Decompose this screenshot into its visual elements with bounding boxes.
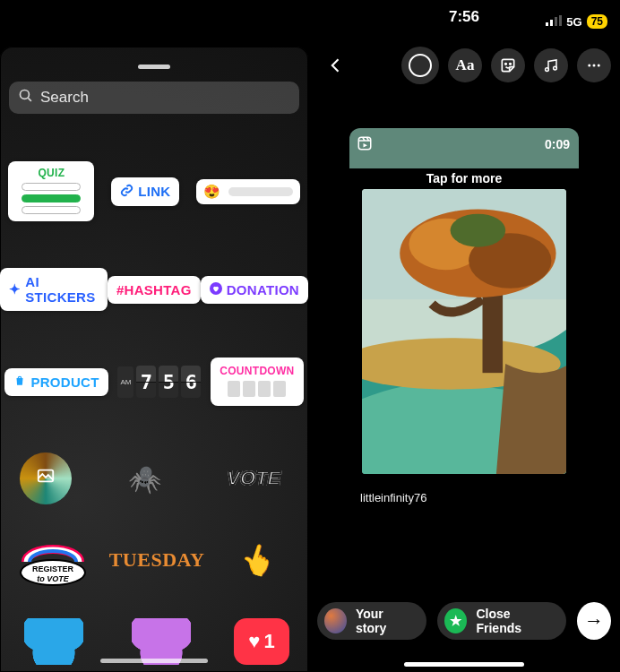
send-button[interactable]: → xyxy=(577,602,611,640)
music-icon xyxy=(543,57,559,73)
svg-point-15 xyxy=(588,65,590,67)
more-button[interactable] xyxy=(577,48,611,82)
editor-toolbar: Aa xyxy=(308,43,620,91)
svg-point-0 xyxy=(20,90,29,99)
sticker-emoji-slider[interactable]: 😍 xyxy=(196,179,299,204)
star-icon: ★ xyxy=(444,608,467,633)
sticker-blob-blue[interactable] xyxy=(19,616,89,668)
back-button[interactable] xyxy=(317,47,355,84)
search-icon xyxy=(18,88,33,108)
your-story-label: Your story xyxy=(356,607,410,635)
svg-point-16 xyxy=(593,65,596,67)
home-indicator[interactable] xyxy=(404,662,524,667)
heart-icon: ♥ xyxy=(248,630,260,653)
close-friends-label: Close Friends xyxy=(476,607,550,635)
circle-icon xyxy=(409,54,432,77)
svg-rect-18 xyxy=(358,137,371,150)
sticker-countdown-label: COUNTDOWN xyxy=(220,365,294,377)
status-bar: 7:56 5G 75 xyxy=(308,0,620,43)
clock-digit: 5 xyxy=(159,366,178,398)
battery-level: 75 xyxy=(587,14,607,29)
arrow-right-icon: → xyxy=(584,609,604,633)
drag-handle[interactable] xyxy=(138,65,170,69)
sticker-day-label: TUESDAY xyxy=(109,548,205,572)
sticker-vote-label: VOTE xyxy=(227,467,280,490)
sticker-product-label: PRODUCT xyxy=(30,375,99,390)
svg-rect-7 xyxy=(546,22,548,26)
sticker-register-vote[interactable]: REGISTER to VOTE xyxy=(15,531,90,589)
heart-eyes-emoji-icon: 😍 xyxy=(203,184,220,200)
search-placeholder: Search xyxy=(40,89,89,107)
svg-line-1 xyxy=(28,98,31,101)
svg-point-14 xyxy=(554,66,557,70)
quiz-option-bar xyxy=(22,194,81,202)
clock-period: AM xyxy=(117,366,133,398)
countdown-boxes xyxy=(228,381,286,397)
register-vote-icon: REGISTER to VOTE xyxy=(15,531,90,589)
quiz-option-bar xyxy=(22,183,81,191)
svg-text:to VOTE: to VOTE xyxy=(38,574,70,583)
share-row: Your story ★ Close Friends → xyxy=(317,602,611,640)
close-friends-button[interactable]: ★ Close Friends xyxy=(437,602,566,640)
chevron-left-icon xyxy=(327,56,345,74)
sticker-hashtag[interactable]: #HASHTAG xyxy=(108,276,201,304)
sticker-product[interactable]: PRODUCT xyxy=(4,368,108,396)
sticker-ai[interactable]: ✦ AI STICKERS xyxy=(0,268,108,311)
svg-rect-8 xyxy=(550,20,553,26)
sticker-button[interactable] xyxy=(491,48,525,82)
sticker-hashtag-label: #HASHTAG xyxy=(116,282,192,297)
sticker-link[interactable]: LINK xyxy=(111,177,179,206)
story-editor-panel: 7:56 5G 75 Aa xyxy=(308,0,620,672)
search-input[interactable]: Search xyxy=(9,82,299,114)
sticker-icon xyxy=(499,56,517,74)
sticker-grid: QUIZ LINK 😍 ✦ xyxy=(0,143,308,672)
reel-icon xyxy=(357,135,373,156)
sticker-time[interactable]: AM 7 5 6 xyxy=(117,366,201,398)
sticker-photo[interactable] xyxy=(20,452,72,504)
scribble-button[interactable] xyxy=(401,47,439,84)
sticker-sound-on[interactable]: 👆 xyxy=(217,524,299,595)
sticker-ai-label: AI STICKERS xyxy=(25,274,99,305)
svg-rect-9 xyxy=(555,17,557,26)
music-button[interactable] xyxy=(534,48,568,82)
status-time: 7:56 xyxy=(449,8,479,26)
bag-icon xyxy=(13,375,26,390)
sticker-countdown[interactable]: COUNTDOWN xyxy=(211,358,303,406)
scroll-indicator[interactable] xyxy=(100,659,208,663)
slider-track xyxy=(228,187,293,196)
sticker-heart-count[interactable]: ♥ 1 xyxy=(234,618,289,665)
link-icon xyxy=(120,184,133,200)
sticker-day[interactable]: TUESDAY xyxy=(122,534,192,586)
image-icon xyxy=(36,466,56,491)
tap-for-more: Tap for more xyxy=(349,171,579,185)
svg-text:REGISTER: REGISTER xyxy=(32,564,74,573)
svg-point-26 xyxy=(451,214,506,247)
sticker-donation[interactable]: DONATION xyxy=(201,276,308,304)
attribution-username: littleinfinity76 xyxy=(360,491,426,504)
sticker-donation-label: DONATION xyxy=(227,282,299,297)
timecode: 0:09 xyxy=(545,137,570,151)
blob-icon xyxy=(24,618,83,665)
clock-digit: 6 xyxy=(181,366,201,398)
heart-count: 1 xyxy=(263,630,274,653)
heart-circle-icon xyxy=(210,282,222,297)
svg-point-13 xyxy=(546,68,549,72)
sticker-quiz-label: QUIZ xyxy=(38,167,65,179)
sticker-quiz[interactable]: QUIZ xyxy=(8,161,94,221)
sticker-link-label: LINK xyxy=(138,184,170,199)
quiz-option-bar xyxy=(22,206,81,214)
svg-point-12 xyxy=(510,64,512,65)
svg-point-11 xyxy=(505,64,507,65)
reel-thumbnail xyxy=(362,189,566,474)
your-story-button[interactable]: Your story xyxy=(317,602,426,640)
story-canvas[interactable]: 0:09 Tap for more litt xyxy=(349,128,579,513)
sparkle-icon: ✦ xyxy=(9,281,21,297)
ellipsis-icon xyxy=(586,57,602,73)
sticker-picker-panel: Search QUIZ LINK 😍 xyxy=(0,47,308,672)
signal-icon xyxy=(546,15,562,29)
sticker-vote[interactable]: VOTE xyxy=(219,452,288,504)
avatar xyxy=(324,608,347,633)
text-button[interactable]: Aa xyxy=(448,48,482,82)
sticker-spider[interactable]: 🕷️ xyxy=(110,452,180,504)
network-label: 5G xyxy=(566,15,581,29)
